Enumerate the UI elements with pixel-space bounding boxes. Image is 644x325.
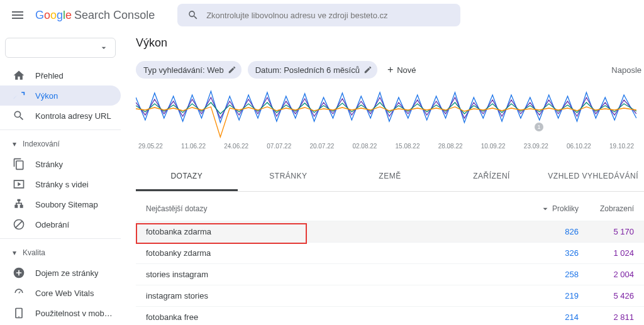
tab-appearance[interactable]: VZHLED VYHLEDÁVÁNÍ [542, 163, 644, 191]
speed-icon [13, 287, 25, 299]
logo: Google Search Console [35, 9, 155, 22]
search-icon [187, 9, 199, 21]
plus-icon: + [387, 64, 393, 75]
filter-chip-type[interactable]: Typ vyhledávání: Web [136, 61, 242, 79]
plus-circle-icon [13, 267, 25, 279]
chart-xaxis: 29.05.2211.06.2224.06.2207.07.2220.07.22… [136, 140, 636, 150]
block-icon [13, 218, 25, 231]
sitemap-icon [13, 198, 25, 211]
sidebar-item-cwv[interactable]: Core Web Vitals [0, 283, 121, 303]
mobile-icon [13, 307, 25, 319]
url-inspect-search[interactable] [177, 4, 460, 26]
sidebar-item-videos[interactable]: Stránky s videi [0, 174, 121, 194]
sidebar-item-overview[interactable]: Přehled [0, 65, 121, 85]
sidebar: Přehled Výkon Kontrola adresy URL ▾ Inde… [0, 30, 126, 325]
property-selector[interactable] [5, 38, 116, 58]
hamburger-icon[interactable] [10, 8, 25, 23]
tab-pages[interactable]: STRÁNKY [238, 163, 340, 191]
performance-chart[interactable]: 1 29.05.2211.06.2224.06.2207.07.2220.07.… [136, 84, 636, 153]
sidebar-item-pageexp[interactable]: Dojem ze stránky [0, 263, 121, 283]
sidebar-item-sitemaps[interactable]: Soubory Sitemap [0, 194, 121, 214]
search-icon [13, 109, 25, 122]
add-filter-button[interactable]: + Nové [387, 64, 416, 75]
sidebar-item-removals[interactable]: Odebrání [0, 214, 121, 234]
page-title: Výkon [136, 36, 644, 50]
video-icon [13, 178, 25, 190]
table-row[interactable]: instagram stories 219 5 426 [136, 285, 644, 306]
edit-icon [228, 65, 236, 74]
tabs: DOTAZY STRÁNKY ZEMĚ ZAŘÍZENÍ VZHLED VYHL… [136, 163, 644, 192]
chevron-down-icon: ▾ [13, 140, 16, 148]
sidebar-section-indexing[interactable]: ▾ Indexování [0, 134, 121, 154]
table-row[interactable]: fotobanka free 214 2 811 [136, 306, 644, 325]
last-updated: Naposle [611, 65, 644, 75]
sidebar-item-mobile[interactable]: Použitelnost v mobilníc... [0, 303, 121, 323]
url-inspect-input[interactable] [206, 11, 450, 20]
table-header: Nejčastější dotazy Prokliky Zobrazení [136, 192, 644, 221]
pages-icon [13, 158, 25, 170]
table-row[interactable]: fotobanka zdarma 826 5 170 [136, 221, 644, 242]
chart-annotation[interactable]: 1 [535, 123, 543, 131]
filter-chip-date[interactable]: Datum: Posledních 6 měsíců [248, 61, 377, 79]
chevron-down-icon [99, 43, 109, 53]
sidebar-item-pages[interactable]: Stránky [0, 154, 121, 174]
edit-icon [364, 65, 372, 74]
sidebar-item-performance[interactable]: Výkon [0, 85, 121, 106]
chevron-down-icon: ▾ [13, 248, 16, 257]
arrow-down-icon [541, 204, 550, 213]
table-row[interactable]: fotobanky zdarma 326 1 024 [136, 242, 644, 263]
sidebar-item-url-inspect[interactable]: Kontrola adresy URL [0, 106, 121, 126]
tab-devices[interactable]: ZAŘÍZENÍ [441, 163, 543, 191]
sidebar-section-quality[interactable]: ▾ Kvalita [0, 243, 121, 263]
home-icon [13, 69, 25, 82]
col-clicks[interactable]: Prokliky [523, 204, 579, 213]
col-impressions[interactable]: Zobrazení [579, 204, 634, 213]
tab-queries[interactable]: DOTAZY [136, 163, 238, 191]
table-row[interactable]: stories instagram 258 2 004 [136, 263, 644, 285]
col-query: Nejčastější dotazy [146, 204, 523, 213]
tab-countries[interactable]: ZEMĚ [339, 163, 441, 191]
chart-icon [13, 89, 25, 102]
